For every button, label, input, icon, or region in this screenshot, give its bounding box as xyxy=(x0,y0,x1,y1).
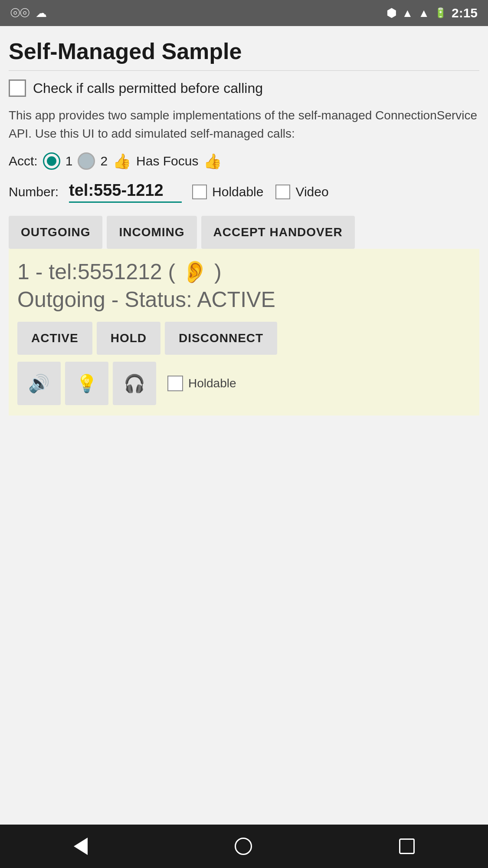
signal-icon: ▲ xyxy=(418,7,429,20)
wifi-icon: ▲ xyxy=(402,7,413,20)
call-card: 1 - tel:5551212 ( 👂 ) Outgoing - Status:… xyxy=(9,249,479,416)
outgoing-button[interactable]: OUTGOING xyxy=(9,216,102,249)
acct2-radio[interactable] xyxy=(78,152,95,170)
call-holdable-checkbox[interactable] xyxy=(167,376,183,391)
has-focus-label: Has Focus xyxy=(136,154,198,168)
acct-label: Acct: xyxy=(9,154,38,168)
number-input[interactable] xyxy=(69,181,182,203)
call-holdable-label: Holdable xyxy=(188,376,236,390)
main-content: Self-Managed Sample Check if calls permi… xyxy=(0,26,488,825)
lightbulb-button[interactable]: 💡 xyxy=(65,362,108,405)
battery-icon: 🔋 xyxy=(435,7,446,19)
headphones-icon: 🎧 xyxy=(124,373,145,394)
calls-permitted-label: Check if calls permitted before calling xyxy=(33,80,263,96)
holdable-checkbox[interactable] xyxy=(192,185,207,199)
active-button[interactable]: ACTIVE xyxy=(17,322,92,355)
acct1-num: 1 xyxy=(66,154,73,168)
thumbsup1-icon: 👍 xyxy=(113,152,131,170)
speaker-button[interactable]: 🔊 xyxy=(17,362,61,405)
call-action-buttons: ACTIVE HOLD DISCONNECT xyxy=(17,322,471,355)
divider xyxy=(9,70,479,71)
bluetooth-icon: ⬢ xyxy=(386,7,396,20)
holdable-row: Holdable Video xyxy=(192,185,329,199)
disconnect-button[interactable]: DISCONNECT xyxy=(165,322,277,355)
status-bar-left: ⦾⦾ ☁ xyxy=(10,6,47,20)
description-text: This app provides two sample implementat… xyxy=(9,106,479,143)
calls-permitted-checkbox[interactable] xyxy=(9,79,26,97)
acct-row: Acct: 1 2 👍 Has Focus 👍 xyxy=(9,152,479,170)
holdable-label: Holdable xyxy=(212,185,263,199)
acct1-radio[interactable] xyxy=(43,152,60,170)
call-status: Outgoing - Status: ACTIVE xyxy=(17,287,471,312)
thumbsup2-icon: 👍 xyxy=(203,152,222,170)
status-bar: ⦾⦾ ☁ ⬢ ▲ ▲ 🔋 2:15 xyxy=(0,0,488,26)
clock: 2:15 xyxy=(452,6,478,20)
call-title: 1 - tel:5551212 ( 👂 ) xyxy=(17,259,471,284)
recents-icon xyxy=(399,838,415,854)
empty-space xyxy=(9,416,479,825)
incoming-button[interactable]: INCOMING xyxy=(107,216,197,249)
number-label: Number: xyxy=(9,185,59,199)
lightbulb-icon: 💡 xyxy=(76,373,98,394)
action-buttons: OUTGOING INCOMING ACCEPT HANDOVER xyxy=(9,216,479,249)
cloud-icon: ☁ xyxy=(36,7,47,20)
home-button[interactable] xyxy=(235,838,252,855)
speaker-icon: 🔊 xyxy=(28,373,50,394)
recents-button[interactable] xyxy=(399,838,415,854)
home-icon xyxy=(235,838,252,855)
call-icon-buttons: 🔊 💡 🎧 Holdable xyxy=(17,362,471,405)
accept-handover-button[interactable]: ACCEPT HANDOVER xyxy=(201,216,355,249)
back-icon xyxy=(74,838,88,855)
video-checkbox[interactable] xyxy=(275,185,290,199)
app-title: Self-Managed Sample xyxy=(9,38,479,64)
status-bar-right: ⬢ ▲ ▲ 🔋 2:15 xyxy=(386,6,478,20)
holdable-inline: Holdable xyxy=(167,376,236,391)
headphones-button[interactable]: 🎧 xyxy=(113,362,156,405)
back-button[interactable] xyxy=(74,838,88,855)
hold-button[interactable]: HOLD xyxy=(97,322,160,355)
voicemail-icon: ⦾⦾ xyxy=(10,6,29,20)
acct1-radio-inner xyxy=(47,156,56,166)
video-label: Video xyxy=(295,185,328,199)
number-row: Number: Holdable Video xyxy=(9,181,479,203)
calls-permitted-row[interactable]: Check if calls permitted before calling xyxy=(9,79,479,97)
bottom-nav xyxy=(0,825,488,868)
acct2-num: 2 xyxy=(100,154,108,168)
